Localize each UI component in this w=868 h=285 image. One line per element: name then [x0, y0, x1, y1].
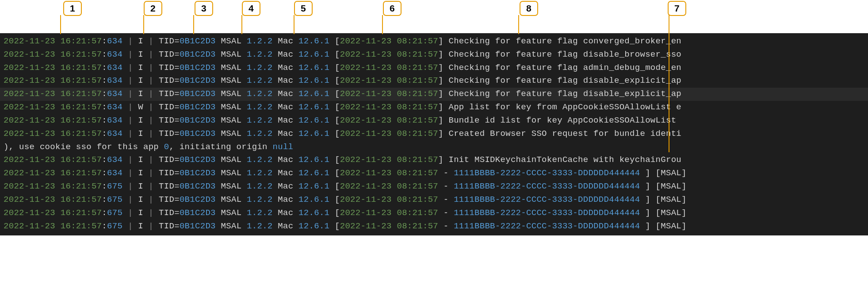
log-date: 2022-11-23 [4, 155, 55, 165]
log-line: 2022-11-23 16:21:57:675 | I | TID=0B1C2D… [0, 220, 868, 233]
inner-date: 2022-11-23 [340, 63, 392, 73]
log-line: 2022-11-23 16:21:57:634 | I | TID=0B1C2D… [0, 74, 868, 88]
pipe: | [128, 221, 133, 231]
tid-value: 0B1C2D3 [180, 208, 216, 218]
log-message: , initiating origin [169, 142, 272, 152]
mac-version: 12.6.1 [298, 63, 329, 73]
msal-label: MSAL [221, 129, 242, 139]
mac-version: 12.6.1 [298, 181, 329, 191]
tid-value: 0B1C2D3 [180, 195, 216, 204]
log-time: 16:21:57 [61, 63, 102, 73]
inner-time: 08:21:57 [397, 102, 438, 112]
msal-version: 1.2.2 [247, 102, 273, 112]
log-line: 2022-11-23 16:21:57:634 | I | TID=0B1C2D… [0, 62, 868, 75]
mac-version: 12.6.1 [298, 221, 329, 231]
tid-label: TID= [159, 102, 180, 112]
pipe: | [149, 63, 154, 73]
log-level: I [138, 168, 143, 178]
log-guid: 1111BBBB-2222-CCCC-3333-DDDDDD444444 [454, 195, 640, 204]
log-line: 2022-11-23 16:21:57:634 | I | TID=0B1C2D… [0, 88, 868, 101]
bracket-close-space: ] [640, 181, 650, 191]
msal-version: 1.2.2 [247, 76, 273, 85]
inner-date: 2022-11-23 [340, 116, 392, 125]
bracket: ] [438, 50, 444, 59]
inner-time: 08:21:57 [397, 50, 438, 59]
log-message: Checking for feature flag admin_debug_mo… [448, 63, 681, 73]
log-date: 2022-11-23 [4, 129, 55, 139]
tid-value: 0B1C2D3 [180, 116, 216, 125]
log-level: I [138, 116, 143, 125]
tid-value: 0B1C2D3 [180, 129, 216, 139]
pipe: | [128, 195, 133, 204]
log-level: I [138, 76, 143, 85]
inner-time: 08:21:57 [397, 208, 438, 218]
log-level: I [138, 36, 143, 46]
msal-label: MSAL [221, 195, 242, 204]
mac-label: Mac [278, 63, 293, 73]
mac-label: Mac [278, 221, 293, 231]
log-level: I [138, 50, 143, 59]
callout-connector [241, 15, 242, 34]
inner-time: 08:21:57 [397, 76, 438, 85]
bracket-close-space: ] [640, 195, 650, 204]
bracket-close-space: ] [640, 168, 650, 178]
log-time: 16:21:57 [61, 102, 102, 112]
log-date: 2022-11-23 [4, 102, 55, 112]
msal-tag: [MSAL] [656, 168, 687, 178]
tid-value: 0B1C2D3 [180, 168, 216, 178]
log-date: 2022-11-23 [4, 63, 55, 73]
bracket: ] [438, 89, 444, 99]
pipe: | [128, 63, 133, 73]
inner-time: 08:21:57 [397, 195, 438, 204]
mac-label: Mac [278, 76, 293, 85]
tid-label: TID= [159, 129, 180, 139]
mac-version: 12.6.1 [298, 208, 329, 218]
log-message: App list for key from AppCookieSSOAllowL… [448, 102, 681, 112]
callout-connector [669, 15, 669, 152]
dash: - [438, 221, 454, 231]
callout-4: 4 [242, 1, 260, 16]
log-ms: 634 [107, 102, 122, 112]
mac-version: 12.6.1 [298, 168, 329, 178]
msal-version: 1.2.2 [247, 168, 273, 178]
tid-label: TID= [159, 63, 180, 73]
tid-value: 0B1C2D3 [180, 221, 216, 231]
log-level: I [138, 155, 143, 165]
mac-version: 12.6.1 [298, 129, 329, 139]
callout-label: 7 [668, 1, 686, 16]
callout-label: 3 [195, 1, 213, 16]
log-level: I [138, 181, 143, 191]
msal-version: 1.2.2 [247, 195, 273, 204]
log-line: 2022-11-23 16:21:57:634 | I | TID=0B1C2D… [0, 114, 868, 127]
msal-label: MSAL [221, 50, 242, 59]
dash: - [438, 168, 454, 178]
log-ms: 634 [107, 36, 122, 46]
msal-label: MSAL [221, 155, 242, 165]
tid-value: 0B1C2D3 [180, 181, 216, 191]
log-ms: 634 [107, 116, 122, 125]
msal-version: 1.2.2 [247, 221, 273, 231]
log-message: Bundle id list for key AppCookieSSOAllow… [448, 116, 681, 125]
log-null: null [273, 142, 294, 152]
log-ms: 634 [107, 76, 122, 85]
inner-date: 2022-11-23 [340, 89, 392, 99]
inner-time: 08:21:57 [397, 221, 438, 231]
mac-version: 12.6.1 [298, 76, 329, 85]
tid-label: TID= [159, 195, 180, 204]
log-ms: 675 [107, 195, 122, 204]
log-time: 16:21:57 [61, 208, 102, 218]
log-level: I [138, 89, 143, 99]
callout-8: 8 [520, 1, 538, 16]
msal-label: MSAL [221, 208, 242, 218]
pipe: | [128, 168, 133, 178]
msal-version: 1.2.2 [247, 36, 273, 46]
pipe: | [149, 36, 154, 46]
msal-label: MSAL [221, 89, 242, 99]
log-message: ), use cookie sso for this app [4, 142, 164, 152]
mac-version: 12.6.1 [298, 195, 329, 204]
mac-label: Mac [278, 89, 293, 99]
bracket: [ [335, 89, 340, 99]
log-date: 2022-11-23 [4, 168, 55, 178]
bracket: [ [335, 76, 340, 85]
bracket: ] [438, 102, 444, 112]
